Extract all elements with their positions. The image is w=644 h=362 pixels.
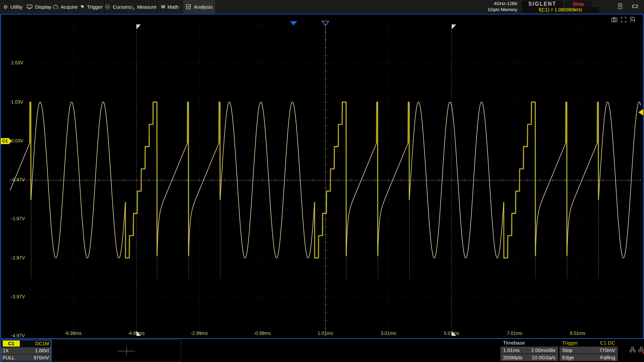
menu-item-measure[interactable]: ◺Measure bbox=[131, 0, 157, 13]
timebase-delay: 1.01ms bbox=[503, 347, 520, 353]
time-label: -2.99ms bbox=[191, 330, 208, 336]
delay-reference-marker[interactable] bbox=[321, 21, 329, 27]
display-toolbar bbox=[611, 17, 635, 24]
menu-item-acquire[interactable]: Acquire bbox=[52, 0, 78, 13]
volt-label: 0.03V bbox=[11, 138, 23, 143]
time-label: 3.01ms bbox=[381, 330, 396, 336]
volt-label: -4.97V bbox=[11, 333, 25, 338]
brand-logo: SIGLENT bbox=[522, 1, 563, 7]
menu-item-label: Trigger bbox=[87, 4, 103, 10]
hardware-info: 4GHz-12Bit 1Gpts Memory bbox=[457, 1, 517, 12]
waveform-page-icon[interactable] bbox=[630, 17, 635, 24]
screenshot-camera-icon[interactable] bbox=[611, 17, 618, 24]
memory-label: 1Gpts Memory bbox=[457, 7, 517, 13]
time-label: 5.01ms bbox=[444, 330, 459, 336]
timebase-scale: 2.00ms/div bbox=[531, 347, 555, 353]
flag-icon: ⚑ bbox=[80, 4, 85, 9]
menu-item-label: Acquire bbox=[61, 4, 78, 10]
analysis-icon bbox=[186, 4, 192, 10]
channel1-scale: 1.00V/ bbox=[35, 348, 49, 353]
time-label: -6.99ms bbox=[65, 330, 82, 336]
timebase-points: 200Mpts bbox=[503, 355, 523, 360]
volt-label: -3.97V bbox=[11, 294, 25, 299]
menu-item-analysis[interactable]: Analysis bbox=[183, 0, 216, 13]
menu-item-label: Cursors bbox=[113, 4, 130, 10]
bandwidth-label: 4GHz-12Bit bbox=[457, 1, 517, 7]
time-label: -4.99ms bbox=[128, 330, 145, 336]
volt-label: -0.97V bbox=[11, 177, 25, 182]
acquisition-status-badge[interactable]: Stop bbox=[565, 1, 592, 7]
gear-icon: ⚙ bbox=[3, 4, 8, 9]
lan-error-icon[interactable]: ✕ bbox=[638, 347, 644, 354]
timebase-title: Timebase bbox=[503, 340, 525, 346]
menu-item-label: Analysis bbox=[194, 4, 213, 10]
trigger-source-coupling: C1 DC bbox=[600, 340, 615, 346]
time-label: -0.99ms bbox=[254, 330, 271, 336]
lan-icon[interactable] bbox=[629, 347, 636, 354]
channel1-offset-badge[interactable]: C1 bbox=[1, 138, 9, 144]
timebase-sample-rate: 10.0GSa/s bbox=[532, 355, 555, 360]
volt-label: -2.97V bbox=[11, 255, 25, 260]
channel1-info-box[interactable]: C1 DC1M 1X 1.00V/ FULL 970mV bbox=[0, 340, 51, 362]
menu-item-math[interactable]: MMath bbox=[157, 0, 183, 13]
fullscreen-icon[interactable] bbox=[621, 17, 627, 24]
menu-item-label: Display bbox=[35, 4, 51, 10]
trigger-info-box[interactable]: Trigger C1 DC Stop 770mV Edge Falling bbox=[559, 339, 618, 362]
time-label: 7.01ms bbox=[507, 330, 522, 336]
volt-label: -1.97V bbox=[11, 216, 25, 221]
status-bar: C1 DC1M 1X 1.00V/ FULL 970mV Timebase 1.… bbox=[0, 339, 644, 362]
crosshair-icon bbox=[118, 347, 135, 355]
frequency-measurement: f(C1) = 1.085990kHz bbox=[522, 7, 599, 13]
trigger-title: Trigger bbox=[562, 340, 578, 346]
time-label: 1.01ms bbox=[318, 330, 333, 336]
scope-display: 2.03V1.03V0.03V-0.97V-1.97V-2.97V-3.97V-… bbox=[0, 13, 644, 339]
monitor-icon bbox=[26, 4, 33, 9]
timebase-info-box[interactable]: Timebase 1.01ms 2.00ms/div 200Mpts 10.0G… bbox=[500, 339, 558, 362]
channel1-name-chip[interactable]: C1 bbox=[3, 341, 20, 347]
trigger-type: Edge bbox=[562, 355, 574, 360]
report-icon[interactable] bbox=[617, 3, 623, 11]
channel1-probe: 1X bbox=[3, 348, 9, 353]
menu-item-cursors[interactable]: Cursors bbox=[105, 0, 131, 13]
volt-label: 1.03V bbox=[11, 99, 23, 105]
waveform-display[interactable] bbox=[0, 13, 644, 339]
time-label: 9.01ms bbox=[570, 330, 585, 336]
measure-icon: ◺ bbox=[131, 4, 135, 9]
menu-item-label: Measure bbox=[137, 4, 157, 10]
cursors-icon bbox=[105, 4, 110, 10]
trigger-position-marker[interactable] bbox=[290, 21, 297, 25]
menu-item-label: Utility bbox=[10, 4, 22, 10]
channel2-button[interactable]: C2 bbox=[632, 3, 638, 9]
channel2-empty-slot[interactable] bbox=[52, 340, 181, 361]
menu-item-display[interactable]: Display bbox=[26, 0, 52, 13]
trigger-status: Stop bbox=[562, 347, 573, 353]
network-status-icons: ✕ bbox=[629, 347, 644, 354]
math-icon: M bbox=[161, 4, 165, 9]
acquire-icon bbox=[53, 4, 58, 9]
menu-item-utility[interactable]: ⚙Utility bbox=[0, 0, 26, 13]
channel1-bandwidth: FULL bbox=[3, 355, 14, 360]
trigger-level: 770mV bbox=[599, 347, 615, 353]
channel1-coupling: DC1M bbox=[35, 341, 49, 346]
volt-label: 2.03V bbox=[11, 60, 23, 65]
menu-item-trigger[interactable]: ⚑Trigger bbox=[78, 0, 105, 13]
trigger-level-marker[interactable] bbox=[638, 109, 643, 116]
channel1-offset: 970mV bbox=[34, 355, 49, 360]
trigger-slope: Falling bbox=[600, 355, 615, 360]
menu-item-label: Math bbox=[167, 4, 178, 10]
